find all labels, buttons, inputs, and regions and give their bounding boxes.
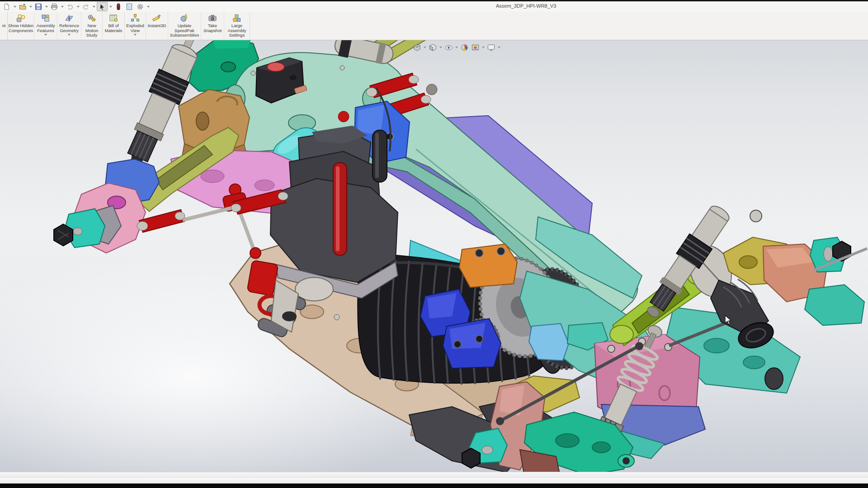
apply-scene-icon[interactable] xyxy=(471,43,480,52)
take-snapshot-icon xyxy=(208,14,217,23)
edit-appearance-icon[interactable] xyxy=(460,43,469,52)
ribbon-button-large-assembly-settings[interactable]: Large Assembly Settings xyxy=(224,12,250,40)
options-gear-icon xyxy=(137,3,144,10)
file-properties-button[interactable] xyxy=(124,2,134,11)
new-document-icon xyxy=(3,3,10,10)
select-tool-button[interactable] xyxy=(97,2,108,11)
ribbon-button-show-hidden-components[interactable]: Show Hidden Components xyxy=(8,12,34,40)
ribbon-button-update-speedpak[interactable]: Update SpeedPak Subassemblies xyxy=(168,12,201,40)
ribbon-button-assembly-features[interactable]: Assembly Features xyxy=(34,12,57,40)
select-arrow-icon xyxy=(99,3,106,10)
select-dropdown-caret-icon[interactable] xyxy=(108,2,113,11)
reference-geometry-icon xyxy=(65,14,74,23)
update-speedpak-icon xyxy=(180,14,189,23)
solidworks-window: Assem_3DP_HPI-WR8_V3 nt Show Hidden Comp… xyxy=(0,0,868,488)
redo-icon xyxy=(82,3,90,10)
save-icon xyxy=(35,3,42,10)
redo-button[interactable] xyxy=(81,2,91,11)
undo-button[interactable] xyxy=(65,2,75,11)
new-motion-study-icon xyxy=(87,14,96,23)
bill-of-materials-icon xyxy=(109,14,118,23)
view-settings-caret-icon[interactable] xyxy=(497,43,501,52)
quick-access-toolbar: Assem_3DP_HPI-WR8_V3 xyxy=(0,1,868,12)
status-bar-divider xyxy=(0,477,868,478)
dropdown-caret-icon[interactable] xyxy=(134,34,137,36)
exploded-view-icon xyxy=(131,14,140,23)
heads-up-view-toolbar xyxy=(412,42,501,53)
ribbon-button-bill-of-materials[interactable]: Bill of Materials xyxy=(103,12,125,40)
open-dropdown-caret-icon[interactable] xyxy=(28,2,33,11)
redo-dropdown-caret-icon[interactable] xyxy=(92,2,96,11)
status-bar xyxy=(0,472,868,484)
ribbon-button-new-motion-study[interactable]: New Motion Study xyxy=(81,12,103,40)
options-button[interactable] xyxy=(135,2,145,11)
print-icon xyxy=(51,3,58,10)
part-orange-bracket[interactable] xyxy=(459,244,517,287)
part-front-left-knuckle[interactable] xyxy=(54,183,146,253)
display-style-icon[interactable] xyxy=(428,43,438,52)
taskbar-strip xyxy=(0,483,868,488)
model-canvas xyxy=(0,40,868,472)
options-dropdown-caret-icon[interactable] xyxy=(146,2,150,11)
viewport[interactable] xyxy=(0,40,868,472)
ribbon-button-insert-components[interactable]: nt xyxy=(0,12,8,40)
large-assembly-settings-icon xyxy=(232,14,241,23)
ribbon-button-take-snapshot[interactable]: Take Snapshot xyxy=(201,12,224,40)
print-dropdown-caret-icon[interactable] xyxy=(60,2,64,11)
open-folder-icon xyxy=(19,3,26,10)
display-style-caret-icon[interactable] xyxy=(439,43,443,52)
open-button[interactable] xyxy=(18,2,28,11)
view-orientation-icon[interactable] xyxy=(412,43,422,52)
ribbon-button-exploded-view[interactable]: Exploded View xyxy=(125,12,146,40)
new-document-button[interactable] xyxy=(2,2,12,11)
assembly-features-icon xyxy=(41,14,50,23)
file-properties-icon xyxy=(126,3,133,10)
apply-scene-caret-icon[interactable] xyxy=(481,43,485,52)
view-orientation-caret-icon[interactable] xyxy=(423,43,427,52)
undo-icon xyxy=(66,3,74,10)
show-hidden-components-icon xyxy=(16,14,25,23)
dropdown-caret-icon[interactable] xyxy=(68,34,71,36)
rebuild-traffic-light-icon xyxy=(115,3,122,10)
ribbon-button-reference-geometry[interactable]: Reference Geometry xyxy=(57,12,81,40)
print-button[interactable] xyxy=(49,2,59,11)
save-button[interactable] xyxy=(33,2,43,11)
command-manager-ribbon: nt Show Hidden Components Assembly Featu… xyxy=(0,12,868,40)
instant3d-icon xyxy=(152,14,161,23)
undo-dropdown-caret-icon[interactable] xyxy=(76,2,80,11)
new-dropdown-caret-icon[interactable] xyxy=(13,2,17,11)
view-settings-icon[interactable] xyxy=(486,43,496,52)
ribbon-button-instant3d[interactable]: Instant3D xyxy=(146,12,168,40)
hide-show-caret-icon[interactable] xyxy=(455,43,458,52)
document-title: Assem_3DP_HPI-WR8_V3 xyxy=(496,3,586,9)
save-dropdown-caret-icon[interactable] xyxy=(44,2,48,11)
hide-show-items-icon[interactable] xyxy=(444,43,453,52)
dropdown-caret-icon[interactable] xyxy=(44,34,47,36)
rebuild-button[interactable] xyxy=(113,2,123,11)
